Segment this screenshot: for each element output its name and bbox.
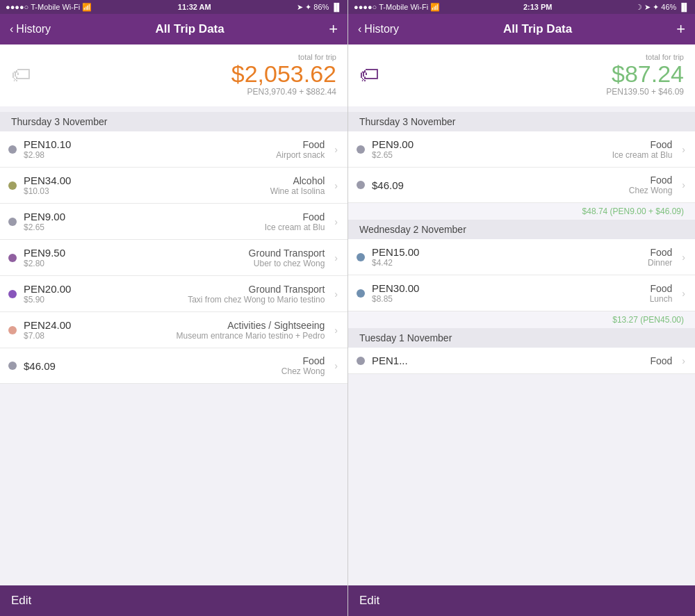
amount-block-r5: PEN1... [372,355,643,366]
subtotal-wednesday-right: $13.27 (PEN45.00) [348,311,695,328]
dot-3 [8,218,17,226]
total-sub-left: PEN3,970.49 + $882.44 [39,87,336,97]
cat-block-6: Activities / Sightseeing Museum entrance… [177,320,325,341]
expense-item-r5[interactable]: PEN1... Food › [348,348,695,374]
expense-item-7[interactable]: $46.09 Food Chez Wong › [0,348,348,384]
total-card-right: 🏷 total for trip $87.24 PEN139.50 + $46.… [348,44,695,106]
amount-block-5: PEN20.00 $5.90 [24,283,181,305]
left-panel: ●●●●○ T-Mobile Wi-Fi 📶 11:32 AM ➤ ✦ 86% … [0,0,348,616]
scroll-area-left[interactable]: Thursday 3 November PEN10.10 $2.98 Food … [0,112,348,585]
expense-item-2[interactable]: PEN34.00 $10.03 Alcohol Wine at Isolina … [0,168,348,204]
usd-1: $2.98 [24,150,269,160]
section-header-wednesday-right: Wednesday 2 November [348,220,695,239]
usd-r1: $2.65 [372,150,605,160]
pen-r5: PEN1... [372,355,643,366]
amount-block-7: $46.09 [24,360,275,372]
battery-icon-right: ▐▌ [678,3,689,11]
carrier-right: T-Mobile Wi-Fi [379,3,428,11]
dot-4 [8,254,17,262]
back-label-left: History [16,23,51,35]
total-card-left: 🏷 total for trip $2,053.62 PEN3,970.49 +… [0,44,348,106]
carrier-left: T-Mobile Wi-Fi [31,3,80,11]
edit-button-left[interactable]: Edit [11,594,31,608]
desc-r1: Ice cream at Blu [612,150,673,160]
expense-item-1[interactable]: PEN10.10 $2.98 Food Airport snack › [0,131,348,168]
add-button-right[interactable]: + [676,20,685,38]
cat-2: Alcohol [270,175,325,186]
amount-block-2: PEN34.00 $10.03 [24,175,263,196]
expense-item-5[interactable]: PEN20.00 $5.90 Ground Transport Taxi fro… [0,276,348,312]
amount-block-4: PEN9.50 $2.80 [24,247,242,268]
chevron-left-icon-right: ‹ [358,23,361,35]
dot-1 [8,145,17,154]
chevron-icon-2: › [334,180,338,191]
cat-block-1: Food Airport snack [276,139,325,160]
cat-r2: Food [629,175,672,186]
expense-item-r3[interactable]: PEN15.00 $4.42 Food Dinner › [348,239,695,275]
expense-item-4[interactable]: PEN9.50 $2.80 Ground Transport Uber to c… [0,240,348,276]
edit-button-right[interactable]: Edit [359,594,379,608]
usd-4: $2.80 [24,259,242,268]
total-right-left: total for trip $2,053.62 PEN3,970.49 + $… [39,53,336,97]
amount-block-r1: PEN9.00 $2.65 [372,138,605,160]
desc-3: Ice cream at Blu [265,222,325,232]
wifi-icon: 📶 [82,3,92,12]
pen-r3: PEN15.00 [372,246,641,258]
moon-icon: ☽ [635,3,642,12]
amount-block-6: PEN24.00 $7.08 [24,319,170,341]
cat-4: Ground Transport [249,248,325,259]
pen-5: PEN20.00 [24,283,181,295]
desc-1: Airport snack [276,150,325,160]
dots-icon: ●●●●○ [6,3,28,11]
scroll-area-right[interactable]: Thursday 3 November PEN9.00 $2.65 Food I… [348,112,695,585]
chevron-icon-r2: › [682,179,685,191]
dot-r4 [357,289,365,298]
expense-item-6[interactable]: PEN24.00 $7.08 Activities / Sightseeing … [0,312,348,348]
usd-6: $7.08 [24,331,170,341]
cat-r4: Food [650,283,673,294]
total-sub-right: PEN139.50 + $46.09 [387,87,684,97]
battery-left: ➤ ✦ 86% ▐▌ [297,3,342,12]
desc-6: Museum entrance Mario testino + Pedro [177,331,325,341]
amount-block-r2: $46.09 [372,179,622,191]
desc-r4: Lunch [650,294,673,304]
back-button-right[interactable]: ‹ History [358,23,399,35]
cat-5: Ground Transport [188,284,325,295]
total-right-right: total for trip $87.24 PEN139.50 + $46.09 [387,53,684,97]
dot-5 [8,290,17,298]
section-header-thursday-left: Thursday 3 November [0,112,348,131]
add-button-left[interactable]: + [329,20,338,38]
usd-r3: $4.42 [372,258,641,268]
cat-block-r4: Food Lunch [650,283,673,304]
desc-r2: Chez Wong [629,186,672,195]
cat-block-r1: Food Ice cream at Blu [612,139,673,160]
cat-r3: Food [648,247,672,258]
expense-list-wednesday-right: PEN15.00 $4.42 Food Dinner › PEN30.00 $8… [348,239,695,311]
expense-item-3[interactable]: PEN9.00 $2.65 Food Ice cream at Blu › [0,204,348,240]
cat-block-r3: Food Dinner [648,247,672,268]
expense-item-r1[interactable]: PEN9.00 $2.65 Food Ice cream at Blu › [348,131,695,168]
status-carrier-left: ●●●●○ T-Mobile Wi-Fi 📶 [6,3,92,12]
chevron-icon-r5: › [682,355,685,366]
expense-item-r4[interactable]: PEN30.00 $8.85 Food Lunch › [348,275,695,311]
cat-1: Food [276,139,325,150]
dot-r1 [357,145,365,154]
status-bar-right: ●●●●○ T-Mobile Wi-Fi 📶 2:13 PM ☽ ➤ ✦ 46%… [348,0,695,14]
expense-item-r2[interactable]: $46.09 Food Chez Wong › [348,168,695,203]
pen-r2: $46.09 [372,179,622,191]
pen-4: PEN9.50 [24,247,242,259]
chevron-icon-4: › [334,252,338,264]
desc-r3: Dinner [648,258,672,268]
battery-pct-left: 86% [313,3,329,11]
header-title-right: All Trip Data [503,22,572,36]
dot-2 [8,181,17,190]
cat-block-3: Food Ice cream at Blu [265,211,325,232]
header-left: ‹ History All Trip Data + [0,14,348,44]
cat-6: Activities / Sightseeing [177,320,325,331]
cat-r5: Food [650,355,672,366]
tag-icon-left: 🏷 [11,63,31,86]
status-carrier-right: ●●●●○ T-Mobile Wi-Fi 📶 [354,3,440,12]
bluetooth-icon-right: ✦ [653,3,659,12]
amount-block-1: PEN10.10 $2.98 [24,138,269,160]
back-button-left[interactable]: ‹ History [10,23,51,35]
